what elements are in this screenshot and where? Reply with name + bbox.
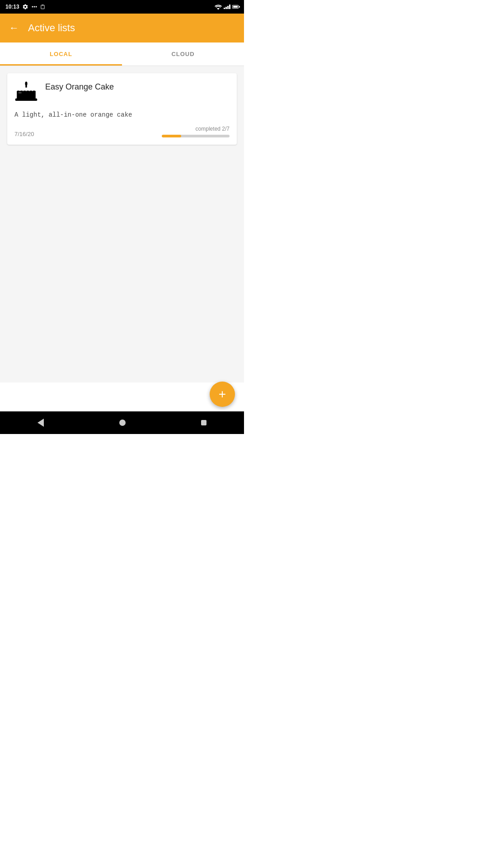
progress-bar [162, 135, 230, 137]
clipboard-icon [40, 4, 45, 10]
status-bar: 10:13 [0, 0, 244, 14]
home-nav-icon [119, 420, 126, 426]
recents-nav-icon [201, 420, 206, 425]
back-nav-icon [38, 419, 44, 427]
content-area: Easy Orange Cake A light, all-in-one ora… [0, 66, 244, 382]
wifi-icon [215, 4, 222, 9]
card-title: Easy Orange Cake [45, 80, 114, 92]
tab-cloud[interactable]: CLOUD [122, 42, 244, 66]
card-date: 7/16/20 [14, 131, 34, 137]
svg-rect-7 [17, 91, 36, 99]
card-header: Easy Orange Cake [14, 80, 230, 104]
status-time: 10:13 [5, 4, 19, 10]
svg-rect-9 [19, 92, 22, 94]
home-nav-button[interactable] [116, 416, 129, 429]
svg-point-1 [33, 6, 35, 8]
card-progress-section: completed 2/7 [162, 126, 230, 137]
svg-rect-6 [25, 85, 27, 88]
cake-icon [14, 80, 38, 104]
svg-rect-4 [42, 5, 43, 5]
list-card[interactable]: Easy Orange Cake A light, all-in-one ora… [7, 73, 237, 145]
app-bar: ← Active lists [0, 14, 244, 42]
svg-point-0 [32, 6, 33, 8]
back-button[interactable]: ← [7, 21, 21, 35]
svg-point-2 [35, 6, 37, 8]
battery-icon [232, 5, 239, 9]
page-title: Active lists [28, 22, 75, 34]
svg-rect-8 [15, 99, 38, 101]
signal-icon [224, 5, 230, 9]
recents-nav-button[interactable] [197, 416, 210, 429]
svg-rect-3 [41, 5, 44, 9]
status-right [215, 4, 239, 9]
add-button[interactable]: + [210, 382, 235, 407]
dots-icon [31, 4, 38, 10]
status-left: 10:13 [5, 4, 45, 10]
tabs: LOCAL CLOUD [0, 42, 244, 66]
settings-icon [22, 4, 28, 10]
completed-text: completed 2/7 [196, 126, 230, 132]
card-description: A light, all-in-one orange cake [14, 111, 230, 118]
back-nav-button[interactable] [34, 415, 47, 430]
progress-bar-fill [162, 135, 181, 137]
card-footer: 7/16/20 completed 2/7 [14, 126, 230, 137]
tab-local[interactable]: LOCAL [0, 42, 122, 66]
bottom-nav [0, 411, 244, 434]
